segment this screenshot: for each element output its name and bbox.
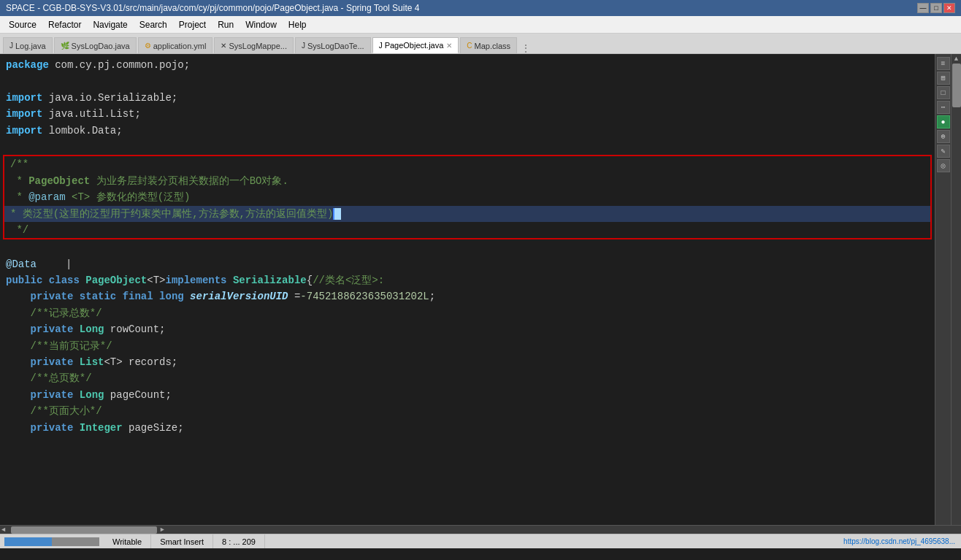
code-line-5: import lombok.Data; — [0, 123, 935, 139]
tab-icon-daote: J — [302, 42, 305, 50]
status-progress-bar — [4, 537, 99, 546]
menu-navigate[interactable]: Navigate — [87, 16, 133, 33]
horizontal-scrollbar[interactable]: ◄ ► — [0, 525, 961, 534]
tab-log-java[interactable]: J Log.java — [3, 37, 53, 53]
tab-icon-yml: ⚙ — [145, 42, 151, 50]
code-line-11: */ — [4, 222, 930, 238]
menu-window[interactable]: Window — [240, 16, 283, 33]
code-line-22: /**页面大小*/ — [0, 403, 935, 419]
status-insert-mode: Smart Insert — [151, 534, 213, 548]
maximize-button[interactable]: □ — [930, 3, 942, 13]
vertical-scrollbar[interactable]: ▲ — [951, 54, 961, 525]
scroll-thumb-v[interactable] — [952, 64, 961, 107]
status-writable: Writable — [104, 534, 151, 548]
window-controls: — □ ✕ — [917, 3, 955, 13]
status-url[interactable]: https://blog.csdn.net/pj_4695638... — [838, 537, 961, 545]
code-line-18: /**当前页记录*/ — [0, 338, 935, 354]
sidebar-icon-2[interactable]: ⊞ — [937, 72, 950, 85]
title-text: SPACE - CGB-DB-SYS-V3.01/src/main/java/c… — [6, 3, 419, 13]
sidebar-icon-5[interactable]: ⊕ — [937, 130, 950, 143]
tab-label-mapper: SysLogMappe... — [229, 42, 287, 50]
tab-overflow[interactable]: ⋮ — [521, 43, 530, 53]
code-line-19: private List <T> records; — [0, 354, 935, 370]
right-sidebar: ≡ ⊞ □ ⋯ ● ⊕ ✎ ◎ — [935, 54, 951, 525]
code-line-14: public class PageObject <T> implements S… — [0, 272, 935, 288]
tab-icon-mapper: ✕ — [221, 42, 226, 50]
code-line-10: * 类泛型(这里的泛型用于约束类中属性,方法参数,方法的返回值类型) — [4, 206, 930, 222]
scroll-thumb-h[interactable] — [11, 526, 157, 534]
code-line-1: package com.cy.pj.common.pojo; — [0, 57, 935, 73]
sidebar-icon-green[interactable]: ● — [937, 115, 950, 129]
menu-bar: Source Refactor Navigate Search Project … — [0, 16, 961, 34]
tab-icon-log: J — [9, 42, 13, 50]
code-line-17: private Long rowCount; — [0, 321, 935, 337]
tab-label-syslogdao: SysLogDao.java — [72, 42, 130, 50]
code-line-23: private Integer pageSize; — [0, 420, 935, 436]
code-line-3: import java.io.Serializable; — [0, 90, 935, 106]
code-line-2 — [0, 73, 935, 89]
tab-pageobject-java[interactable]: J PageObject.java ✕ — [372, 37, 459, 53]
code-line-7: /** — [4, 156, 930, 172]
code-line-4: import java.util.List; — [0, 106, 935, 122]
minimize-button[interactable]: — — [917, 3, 929, 13]
sidebar-icon-3[interactable]: □ — [937, 86, 950, 99]
comment-block: /** * PageObject 为业务层封装分页相关数据的一个BO对象. * … — [3, 155, 932, 239]
kw-package: package — [6, 57, 49, 73]
code-line-21: private Long pageCount; — [0, 387, 935, 403]
scroll-up-arrow[interactable]: ▲ — [954, 55, 958, 63]
menu-search[interactable]: Search — [134, 16, 173, 33]
close-button[interactable]: ✕ — [943, 3, 955, 13]
menu-refactor[interactable]: Refactor — [42, 16, 87, 33]
sidebar-icon-1[interactable]: ≡ — [937, 57, 950, 70]
main-layout: package com.cy.pj.common.pojo; import ja… — [0, 54, 961, 525]
code-line-16: /**记录总数*/ — [0, 305, 935, 321]
code-line-13: @Data | — [0, 256, 935, 272]
status-position: 8 : ... 209 — [213, 534, 265, 548]
tab-bar: J Log.java 🌿 SysLogDao.java ⚙ applicatio… — [0, 34, 961, 54]
sidebar-icon-6[interactable]: ✎ — [937, 145, 950, 158]
tab-application-yml[interactable]: ⚙ application.yml — [138, 37, 213, 53]
editor-area[interactable]: package com.cy.pj.common.pojo; import ja… — [0, 54, 935, 525]
tab-syslogdao-java[interactable]: 🌿 SysLogDao.java — [54, 37, 137, 53]
code-line-15: private static final long serialVersionU… — [0, 288, 935, 304]
code-line-20: /**总页数*/ — [0, 370, 935, 386]
tab-syslogmappe[interactable]: ✕ SysLogMappe... — [214, 37, 294, 53]
tab-icon-syslogdao: 🌿 — [61, 42, 69, 50]
code-line-8: * PageObject 为业务层封装分页相关数据的一个BO对象. — [4, 173, 930, 189]
menu-project[interactable]: Project — [173, 16, 212, 33]
menu-run[interactable]: Run — [212, 16, 240, 33]
tab-label-yml: application.yml — [153, 42, 207, 50]
scroll-left-arrow[interactable]: ◄ — [1, 526, 5, 534]
tab-map-class[interactable]: C Map.class — [460, 37, 517, 53]
sidebar-icon-7[interactable]: ◎ — [937, 159, 950, 172]
status-progress-fill — [4, 537, 52, 546]
scroll-right-arrow[interactable]: ► — [160, 526, 164, 534]
tab-icon-pageobject: J — [379, 42, 383, 50]
menu-help[interactable]: Help — [283, 16, 313, 33]
sidebar-icon-4[interactable]: ⋯ — [937, 101, 950, 114]
tab-syslogdaote[interactable]: J SysLogDaoTe... — [295, 37, 371, 53]
tab-label-daote: SysLogDaoTe... — [307, 42, 364, 50]
title-bar: SPACE - CGB-DB-SYS-V3.01/src/main/java/c… — [0, 0, 961, 16]
tab-label-log: Log.java — [15, 42, 46, 50]
code-line-12 — [0, 239, 935, 256]
tab-icon-map: C — [467, 42, 472, 50]
tab-close-pageobject[interactable]: ✕ — [446, 42, 452, 50]
code-line-9: * @param <T> 参数化的类型(泛型) — [4, 189, 930, 205]
tab-label-map: Map.class — [475, 42, 511, 50]
status-bar: Writable Smart Insert 8 : ... 209 https:… — [0, 534, 961, 548]
tab-label-pageobject: PageObject.java — [385, 41, 444, 50]
code-line-6 — [0, 139, 935, 155]
menu-source[interactable]: Source — [3, 16, 42, 33]
